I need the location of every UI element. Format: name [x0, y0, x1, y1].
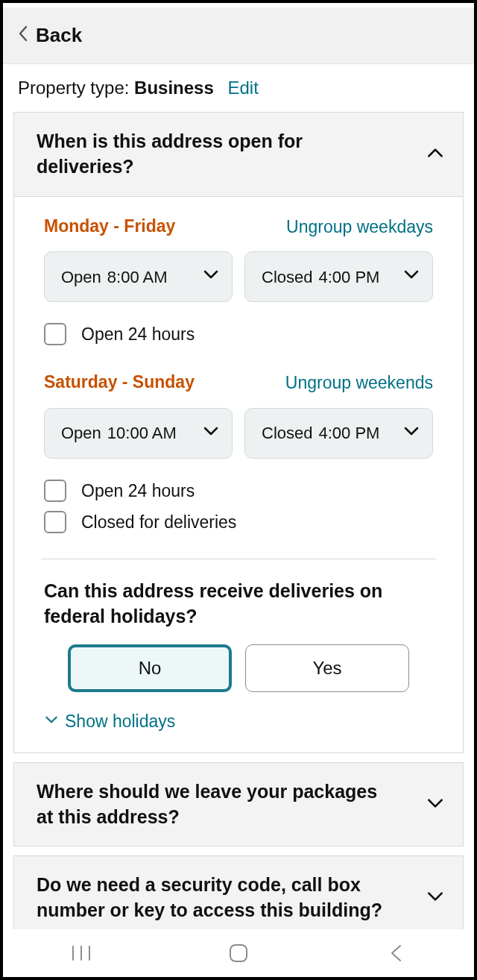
- chevron-down-icon: [44, 712, 59, 732]
- edit-property-type-link[interactable]: Edit: [227, 78, 258, 98]
- show-holidays-toggle[interactable]: Show holidays: [44, 712, 175, 732]
- weekday-label: Monday - Friday: [44, 216, 175, 236]
- chevron-down-icon: [402, 422, 420, 445]
- chevron-down-icon: [202, 266, 220, 288]
- chevron-left-icon: [18, 25, 28, 46]
- weekday-group: Monday - Friday Ungroup weekdays Open8:0…: [44, 216, 433, 346]
- chevron-down-icon: [202, 422, 220, 445]
- weekend-label: Saturday - Sunday: [44, 372, 195, 392]
- back-label: Back: [36, 24, 82, 47]
- ungroup-weekdays-link[interactable]: Ungroup weekdays: [286, 216, 433, 239]
- chevron-up-icon: [426, 143, 445, 166]
- closed-prefix: Closed: [262, 424, 312, 442]
- section-delivery-hours-title: When is this address open for deliveries…: [37, 129, 396, 180]
- weekday-open-24h-checkbox[interactable]: [44, 323, 66, 345]
- weekend-open-time-value: 10:00 AM: [107, 424, 177, 442]
- chevron-down-icon: [426, 887, 445, 909]
- section-where-leave-packages-title: Where should we leave your packages at t…: [37, 779, 396, 830]
- weekend-closed-checkbox[interactable]: [44, 511, 66, 533]
- weekday-open-time-value: 8:00 AM: [107, 268, 168, 286]
- holidays-yes-button[interactable]: Yes: [245, 644, 409, 692]
- device-nav-back[interactable]: [366, 938, 426, 968]
- device-nav-home[interactable]: [209, 938, 268, 968]
- property-type-label: Property type:: [18, 78, 129, 98]
- weekday-close-time-value: 4:00 PM: [318, 268, 379, 286]
- section-where-leave-packages: Where should we leave your packages at t…: [13, 762, 464, 847]
- open-prefix: Open: [61, 424, 101, 442]
- weekend-close-time-value: 4:00 PM: [318, 424, 379, 442]
- device-nav-bar: [3, 929, 474, 977]
- show-holidays-label: Show holidays: [65, 712, 175, 732]
- back-button[interactable]: Back: [18, 24, 82, 47]
- section-security-code-header[interactable]: Do we need a security code, call box num…: [14, 856, 463, 929]
- section-security-code: Do we need a security code, call box num…: [13, 855, 464, 929]
- weekend-open-24h-label: Open 24 hours: [81, 481, 195, 501]
- weekend-open-time-select[interactable]: Open10:00 AM: [44, 408, 233, 459]
- divider: [41, 559, 436, 559]
- section-delivery-hours: When is this address open for deliveries…: [13, 112, 464, 753]
- weekend-closed-label: Closed for deliveries: [81, 512, 236, 533]
- property-type-row: Property type: Business Edit: [3, 64, 474, 109]
- chevron-down-icon: [402, 266, 420, 288]
- weekend-group: Saturday - Sunday Ungroup weekends Open1…: [44, 372, 433, 533]
- weekday-open-24h-label: Open 24 hours: [81, 324, 195, 345]
- closed-prefix: Closed: [262, 268, 312, 286]
- open-prefix: Open: [61, 268, 101, 286]
- section-delivery-hours-header[interactable]: When is this address open for deliveries…: [14, 113, 463, 196]
- federal-holidays-question: Can this address receive deliveries on f…: [44, 579, 433, 629]
- device-nav-recents[interactable]: [51, 938, 111, 968]
- section-where-leave-packages-header[interactable]: Where should we leave your packages at t…: [14, 763, 463, 846]
- section-security-code-title: Do we need a security code, call box num…: [37, 873, 396, 923]
- weekend-close-time-select[interactable]: Closed4:00 PM: [244, 408, 433, 459]
- holidays-no-button[interactable]: No: [68, 644, 232, 692]
- ungroup-weekends-link[interactable]: Ungroup weekends: [285, 372, 433, 395]
- weekend-open-24h-checkbox[interactable]: [44, 480, 66, 502]
- weekday-open-time-select[interactable]: Open8:00 AM: [44, 251, 233, 302]
- property-type-value: Business: [134, 78, 214, 98]
- svg-rect-3: [230, 945, 247, 961]
- chevron-down-icon: [426, 794, 445, 816]
- weekday-close-time-select[interactable]: Closed4:00 PM: [244, 251, 433, 302]
